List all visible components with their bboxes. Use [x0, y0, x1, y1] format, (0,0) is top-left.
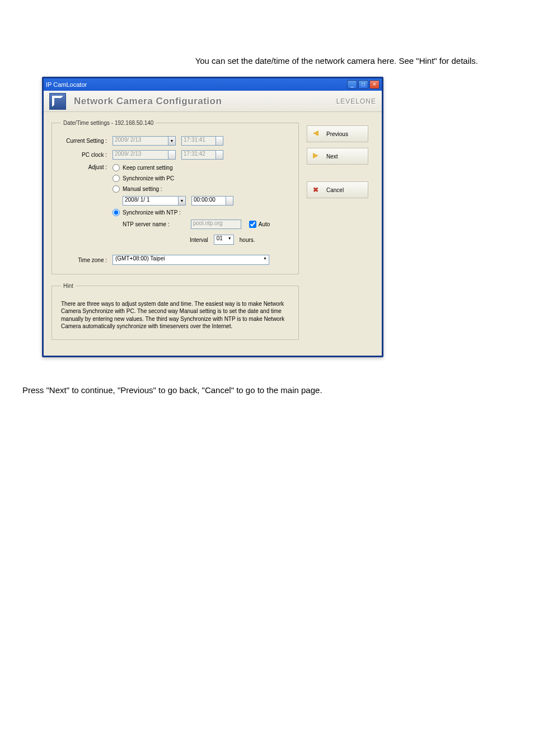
- current-date-field: 2009/ 2/13: [113, 136, 168, 146]
- page-title: Network Camera Configuration: [74, 96, 222, 107]
- close-button[interactable]: ×: [369, 80, 380, 89]
- spinner-icon: [216, 150, 223, 160]
- timezone-select[interactable]: (GMT+08:00) Taipei: [113, 255, 269, 265]
- hint-group: Hint There are three ways to adjust syst…: [51, 282, 299, 340]
- label-adjust: Adjust :: [61, 164, 113, 170]
- current-time-field: 17:31:41: [181, 136, 216, 146]
- hint-text: There are three ways to adjust system da…: [61, 301, 284, 330]
- radio-label-manual: Manual setting :: [123, 186, 162, 192]
- brand-label: LEVELONE: [336, 97, 376, 105]
- radio-keep-current[interactable]: [113, 164, 120, 171]
- interval-select[interactable]: 01: [214, 235, 234, 245]
- app-window: IP CamLocator _ □ × Network Camera Confi…: [42, 77, 383, 357]
- datetime-legend: Date/Time settings - 192.168.50.140: [61, 120, 156, 126]
- minimize-button[interactable]: _: [347, 80, 357, 89]
- previous-label: Previous: [326, 131, 348, 137]
- next-button[interactable]: Next: [307, 148, 368, 165]
- label-timezone: Time zone :: [61, 257, 113, 263]
- arrow-right-icon: [313, 153, 318, 160]
- manual-date-field[interactable]: 2008/ 1/ 1: [123, 196, 179, 206]
- header-band: Network Camera Configuration LEVELONE: [44, 91, 382, 112]
- next-label: Next: [326, 153, 338, 160]
- intro-text: You can set the date/time of the network…: [22, 56, 512, 66]
- label-interval-unit: hours.: [240, 237, 255, 243]
- spinner-icon[interactable]: [226, 196, 233, 206]
- hint-legend: Hint: [61, 282, 76, 290]
- manual-time-field[interactable]: 00:00:00: [191, 196, 226, 206]
- label-pc-clock: PC clock :: [61, 152, 113, 158]
- radio-sync-ntp[interactable]: [113, 209, 120, 216]
- cancel-button[interactable]: Cancel: [307, 181, 368, 198]
- radio-label-ntp: Synchronize with NTP :: [123, 209, 181, 216]
- ntp-server-field: pool.ntp.org: [191, 220, 241, 229]
- pc-date-field: 2009/ 2/13: [113, 150, 168, 160]
- date-dropdown-icon[interactable]: ▼: [179, 196, 186, 206]
- logo-icon: [49, 93, 66, 110]
- radio-label-keep: Keep current setting: [123, 165, 173, 171]
- date-dropdown-icon: ▼: [168, 136, 176, 146]
- spinner-icon: [168, 150, 176, 160]
- label-interval: Interval: [190, 237, 208, 243]
- window-title: IP CamLocator: [46, 81, 87, 88]
- datetime-group: Date/Time settings - 192.168.50.140 Curr…: [51, 120, 299, 274]
- label-ntp-server: NTP server name :: [123, 221, 170, 227]
- arrow-left-icon: [313, 130, 318, 137]
- footer-text: Press "Next" to continue, "Previous" to …: [22, 385, 512, 395]
- close-icon: [313, 186, 318, 194]
- maximize-button[interactable]: □: [358, 80, 368, 89]
- spinner-icon: [216, 136, 223, 146]
- cancel-label: Cancel: [326, 187, 344, 193]
- radio-manual[interactable]: [113, 185, 120, 193]
- radio-label-sync-pc: Synchronize with PC: [123, 175, 174, 181]
- label-ntp-auto: Auto: [259, 221, 270, 227]
- pc-time-field: 17:31:42: [181, 150, 216, 160]
- radio-sync-pc[interactable]: [113, 175, 120, 182]
- window-buttons: _ □ ×: [347, 80, 380, 89]
- label-current: Current Setting :: [61, 138, 113, 144]
- window-titlebar: IP CamLocator _ □ ×: [44, 78, 382, 91]
- checkbox-ntp-auto[interactable]: [249, 221, 256, 228]
- previous-button[interactable]: Previous: [307, 125, 368, 142]
